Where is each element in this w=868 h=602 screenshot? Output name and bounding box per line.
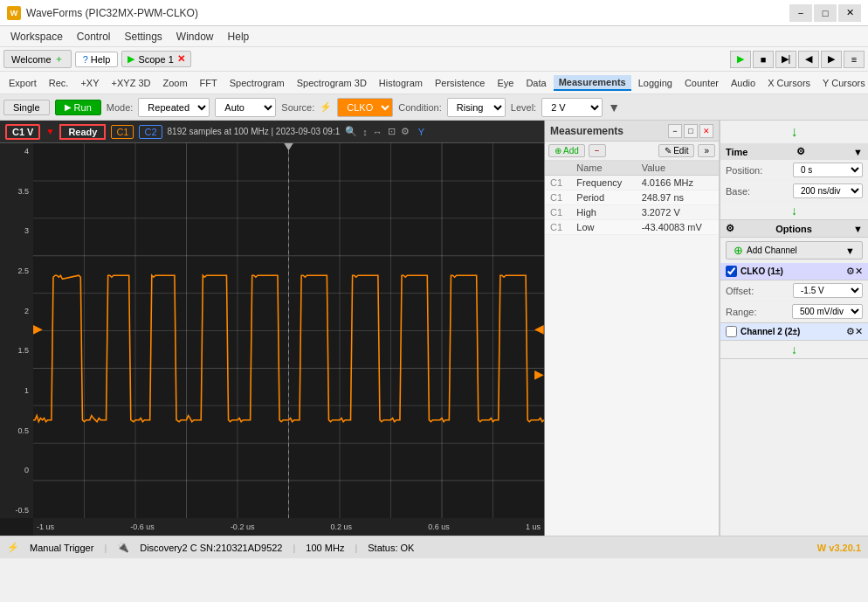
base-select[interactable]: 200 ns/div: [793, 183, 863, 198]
scope-close-icon[interactable]: ✕: [177, 53, 185, 65]
tool-measurements[interactable]: Measurements: [554, 75, 631, 91]
row-value: 4.0166 MHz: [637, 176, 719, 190]
welcome-button[interactable]: Welcome ＋: [3, 50, 72, 68]
menu-control[interactable]: Control: [70, 29, 118, 45]
tool-zoom[interactable]: Zoom: [157, 76, 192, 90]
status-bar: ⚡ Manual Trigger | 🔌 Discovery2 C SN:210…: [0, 536, 868, 558]
mode-label: Mode:: [107, 102, 134, 113]
time-header[interactable]: Time ⚙ ▼: [720, 143, 868, 160]
menu-window[interactable]: Window: [169, 29, 221, 45]
mode-select[interactable]: Repeated Single Screen: [138, 98, 210, 117]
row-name: Period: [571, 190, 636, 205]
tool-eye[interactable]: Eye: [492, 76, 519, 90]
tool-xcursors[interactable]: X Cursors: [762, 76, 816, 90]
source-label: Source:: [281, 102, 314, 113]
welcome-label: Welcome: [11, 54, 52, 65]
channel2-settings-icon[interactable]: ⚙: [846, 326, 855, 337]
close-button[interactable]: ✕: [838, 4, 861, 22]
x-axis: -1 us -0.6 us -0.2 us 0.2 us 0.6 us 1 us: [33, 518, 544, 536]
tool-spectrogram3d[interactable]: Spectrogram 3D: [292, 76, 372, 90]
run-single-button[interactable]: ▶|: [775, 51, 796, 68]
panel-toggle-button[interactable]: ≡: [844, 51, 865, 68]
row-name: Low: [571, 220, 636, 235]
scope-tab[interactable]: ▶ Scope 1 ✕: [121, 51, 190, 67]
scope-area: C1 V ▼ Ready C1 C2 8192 samples at 100 M…: [0, 121, 545, 536]
edit-icon: ✎: [665, 146, 672, 156]
auto-select[interactable]: Auto Normal: [215, 98, 276, 117]
time-settings-icon[interactable]: ⚙: [796, 146, 805, 157]
menu-settings[interactable]: Settings: [118, 29, 169, 45]
minimize-button[interactable]: −: [789, 4, 812, 22]
trigger-icon-status: ⚡: [7, 542, 19, 553]
range-select[interactable]: 500 mV/div: [792, 304, 863, 319]
plus-icon: ＋: [54, 52, 64, 66]
channel2-close-icon[interactable]: ✕: [855, 326, 863, 337]
row-value: 3.2072 V: [637, 205, 719, 220]
time-collapse-icon[interactable]: ▼: [853, 147, 863, 157]
channel1-close-icon[interactable]: ✕: [855, 266, 863, 277]
tool-logging[interactable]: Logging: [633, 76, 678, 90]
position-row: Position: 0 s: [720, 160, 868, 181]
menu-workspace[interactable]: Workspace: [3, 29, 70, 45]
base-label: Base:: [726, 186, 750, 197]
condition-select[interactable]: Rising Falling: [447, 98, 506, 117]
run-play-button[interactable]: ▶: [730, 51, 751, 68]
scope-measure-icon[interactable]: ↕: [362, 127, 368, 137]
panel-close-button[interactable]: ✕: [699, 124, 713, 138]
channel2-checkbox[interactable]: [726, 326, 737, 337]
y-label-3: 3: [2, 226, 31, 235]
help-label: Help: [91, 54, 111, 65]
offset-select[interactable]: -1.5 V: [793, 283, 863, 298]
tool-counter[interactable]: Counter: [679, 76, 724, 90]
scope-zoom-icon[interactable]: 🔍: [345, 126, 357, 137]
add-measurement-button[interactable]: ⊕ Add: [548, 144, 585, 157]
measurements-table: Name Value C1Frequency4.0166 MHzC1Period…: [545, 161, 719, 536]
tool-data[interactable]: Data: [520, 76, 551, 90]
expand-button[interactable]: »: [698, 144, 715, 157]
channel1-name: CLKO (1±): [741, 266, 783, 276]
tool-xyz3d[interactable]: +XYZ 3D: [107, 76, 156, 90]
tool-persistence[interactable]: Persistence: [430, 76, 490, 90]
y-label-1: 1: [2, 386, 31, 395]
tool-spectrogram[interactable]: Spectrogram: [224, 76, 290, 90]
tool-histogram[interactable]: Histogram: [374, 76, 428, 90]
c1-badge: C1: [111, 125, 134, 139]
scope-fit-icon[interactable]: ⊡: [388, 126, 396, 137]
single-button[interactable]: Single: [3, 100, 50, 115]
scope-y-icon[interactable]: Y: [418, 127, 424, 137]
tool-fft[interactable]: FFT: [195, 76, 223, 90]
level-down-icon[interactable]: ▼: [608, 100, 620, 114]
maximize-button[interactable]: □: [814, 4, 837, 22]
run-button[interactable]: ▶ Run: [55, 100, 101, 115]
tool-ycursors[interactable]: Y Cursors: [817, 76, 868, 90]
scope-cursor-icon[interactable]: ↔: [373, 127, 382, 137]
channel1-settings-icon[interactable]: ⚙: [846, 266, 855, 277]
freq-label: 100 MHz: [306, 543, 344, 553]
run-fwd-button[interactable]: ▶: [821, 51, 842, 68]
options-collapse-icon[interactable]: ▼: [853, 224, 863, 234]
menu-help[interactable]: Help: [221, 29, 257, 45]
scope-settings-icon[interactable]: ⚙: [401, 126, 410, 137]
tool-xy[interactable]: +XY: [75, 76, 104, 90]
tool-audio[interactable]: Audio: [726, 76, 761, 90]
row-ch: C1: [545, 176, 571, 190]
add-channel-button[interactable]: ⊕ Add Channel ▼: [726, 241, 863, 259]
remove-measurement-button[interactable]: −: [589, 144, 606, 157]
tool-export[interactable]: Export: [3, 76, 42, 90]
position-select[interactable]: 0 s: [793, 163, 863, 177]
panel-restore-button[interactable]: □: [684, 124, 698, 138]
run-stop-button[interactable]: ■: [753, 51, 774, 68]
version-text: v3.20.1: [829, 543, 861, 553]
panel-minimize-button[interactable]: −: [668, 124, 682, 138]
range-row: Range: 500 mV/div: [720, 301, 868, 322]
condition-label: Condition:: [398, 102, 442, 113]
channel1-checkbox[interactable]: [726, 266, 737, 277]
source-select[interactable]: CLKO: [337, 98, 393, 117]
edit-measurement-button[interactable]: ✎ Edit: [658, 144, 694, 157]
run-back-button[interactable]: ◀: [798, 51, 819, 68]
options-header[interactable]: ⚙ Options ▼: [720, 220, 868, 237]
tool-rec[interactable]: Rec.: [44, 76, 74, 90]
measurements-panel-header: Measurements − □ ✕: [545, 121, 719, 142]
level-select[interactable]: 2 V: [541, 98, 603, 117]
help-button[interactable]: ? Help: [75, 52, 119, 67]
